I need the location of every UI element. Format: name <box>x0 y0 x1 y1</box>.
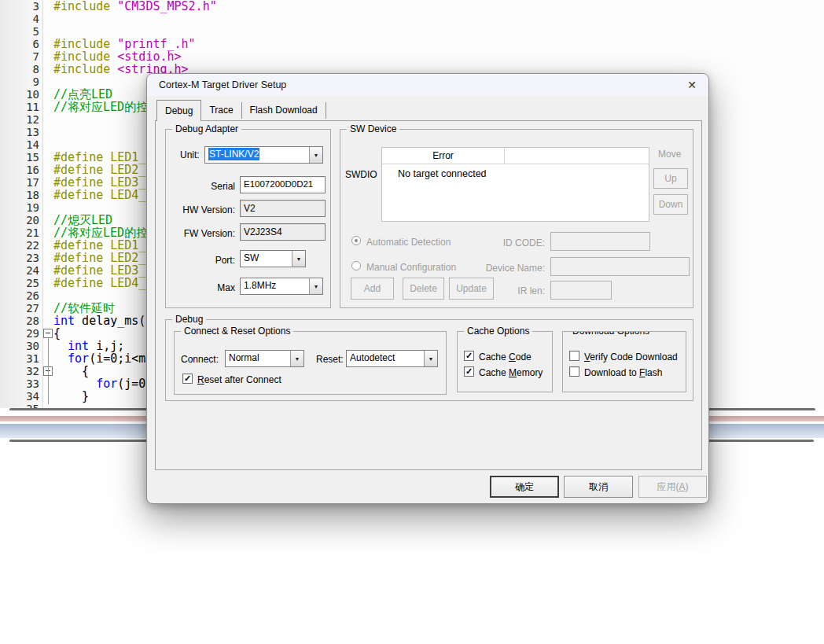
cache-memory-checkbox[interactable]: ✓ <box>464 366 474 377</box>
chevron-down-icon[interactable]: ▼ <box>290 351 303 366</box>
add-button: Add <box>351 278 394 300</box>
chevron-down-icon[interactable]: ▼ <box>424 351 437 366</box>
line-number: 3 <box>0 0 39 13</box>
code-line: 6#include "printf_.h" <box>0 38 824 50</box>
line-number: 15 <box>0 151 39 164</box>
group-sw-device: SW Device SWDIO Error No target connecte… <box>340 129 693 308</box>
line-number: 28 <box>0 315 39 327</box>
hw-version-label: HW Version: <box>166 204 235 215</box>
line-number: 24 <box>0 264 39 277</box>
fw-version-field: V2J23S4 <box>240 223 326 241</box>
error-column-header: Error <box>382 148 504 164</box>
line-number: 8 <box>0 63 39 75</box>
line-number: 18 <box>0 189 39 201</box>
group-cache-options: Cache Options ✓ Cache Code ✓ Cache Memor… <box>457 331 553 392</box>
unit-selected-value: ST-LINK/V2 <box>208 148 259 160</box>
download-to-flash-checkbox[interactable] <box>569 366 579 377</box>
line-number: 16 <box>0 164 39 176</box>
cache-code-checkbox[interactable]: ✓ <box>464 351 474 361</box>
connect-combobox[interactable]: Normal ▼ <box>225 350 304 367</box>
reset-label: Reset: <box>316 354 344 365</box>
line-number: 30 <box>0 340 39 352</box>
cache-code-label: Cache Code <box>479 351 532 362</box>
connect-label: Connect: <box>181 354 219 365</box>
automatic-detection-radio <box>351 236 361 245</box>
device-name-field <box>550 257 690 276</box>
ok-button[interactable]: 确定 <box>490 476 559 498</box>
table-rows: No target connected <box>382 164 649 221</box>
column-divider <box>504 149 505 164</box>
tab-trace[interactable]: Trace <box>201 102 241 119</box>
screen: 3#include "CM3DS_MPS2.h"456#include "pri… <box>0 0 824 644</box>
line-number: 4 <box>0 13 39 25</box>
id-code-label: ID CODE: <box>451 237 545 248</box>
reset-after-connect-checkbox[interactable]: ✓ <box>182 374 193 384</box>
fw-version-label: FW Version: <box>166 228 235 239</box>
tab-flash-download[interactable]: Flash Download <box>242 102 326 119</box>
group-download-options: Download Options Verify Code Download Do… <box>562 331 686 392</box>
chevron-down-icon[interactable]: ▼ <box>292 251 305 267</box>
group-legend: SW Device <box>347 123 399 134</box>
table-header: Error <box>382 148 649 164</box>
line-number: 17 <box>0 176 39 189</box>
line-number: 20 <box>0 214 39 226</box>
line-number: 26 <box>0 289 39 302</box>
dialog-titlebar[interactable]: Cortex-M Target Driver Setup ✕ <box>147 74 708 96</box>
line-number: 19 <box>0 201 39 214</box>
tab-page-debug: Debug Adapter Unit: ST-LINK/V2 ▼ Serial … <box>155 120 702 470</box>
port-label: Port: <box>166 255 235 266</box>
line-number: 35 <box>0 403 39 408</box>
move-up-button: Up <box>653 168 688 189</box>
group-legend: Debug Adapter <box>172 123 241 134</box>
cancel-button[interactable]: 取消 <box>564 476 633 498</box>
chevron-down-icon[interactable]: ▼ <box>309 147 322 163</box>
automatic-detection-label: Automatic Detection <box>366 237 451 248</box>
serial-field[interactable]: E1007200D0D21 <box>240 176 326 193</box>
group-debug-options: Debug Connect & Reset Options Connect: N… <box>165 319 693 401</box>
tab-debug[interactable]: Debug <box>156 100 201 121</box>
unit-combobox[interactable]: ST-LINK/V2 ▼ <box>204 146 323 164</box>
code-line: 5 <box>0 25 824 38</box>
line-number: 10 <box>0 88 39 101</box>
table-row[interactable]: No target connected <box>398 168 487 179</box>
apply-button: 应用(A) <box>638 476 707 498</box>
port-selected-value: SW <box>241 251 292 267</box>
ir-len-label: IR len: <box>466 285 545 296</box>
manual-configuration-radio <box>351 261 361 270</box>
close-icon[interactable]: ✕ <box>685 78 699 92</box>
move-label: Move <box>658 149 681 160</box>
group-legend: Connect & Reset Options <box>181 326 293 337</box>
tabstrip: Debug Trace Flash Download <box>156 100 326 121</box>
line-number: 6 <box>0 38 39 50</box>
line-number: 9 <box>0 75 39 88</box>
line-number: 14 <box>0 138 39 151</box>
sw-device-table[interactable]: Error No target connected <box>381 147 649 222</box>
code-line: 7#include <stdio.h> <box>0 50 824 63</box>
verify-code-download-checkbox[interactable] <box>569 351 579 361</box>
cortex-m-target-driver-setup-dialog: Cortex-M Target Driver Setup ✕ Debug Tra… <box>146 73 709 504</box>
line-number: 13 <box>0 126 39 138</box>
max-clock-selected-value: 1.8MHz <box>241 278 309 294</box>
move-down-button: Down <box>653 194 688 215</box>
reset-combobox[interactable]: Autodetect ▼ <box>346 350 438 367</box>
line-number: 25 <box>0 277 39 289</box>
line-number: 21 <box>0 226 39 239</box>
max-clock-label: Max <box>166 282 235 293</box>
line-number: 5 <box>0 25 39 38</box>
line-number: 34 <box>0 390 39 403</box>
chevron-down-icon[interactable]: ▼ <box>309 278 322 294</box>
line-number: 33 <box>0 377 39 390</box>
verify-code-download-label: Verify Code Download <box>584 351 678 362</box>
line-number: 7 <box>0 50 39 63</box>
max-clock-combobox[interactable]: 1.8MHz ▼ <box>240 278 323 295</box>
line-number: 23 <box>0 252 39 264</box>
group-legend: Cache Options <box>464 326 532 337</box>
unit-label: Unit: <box>180 149 200 160</box>
id-code-field <box>550 232 650 251</box>
port-combobox[interactable]: SW ▼ <box>240 250 306 267</box>
swdio-label: SWDIO <box>345 169 377 180</box>
download-to-flash-label: Download to Flash <box>584 367 662 378</box>
code-line: 3#include "CM3DS_MPS2.h" <box>0 0 824 13</box>
serial-label: Serial <box>166 181 235 192</box>
line-number: 11 <box>0 101 39 113</box>
